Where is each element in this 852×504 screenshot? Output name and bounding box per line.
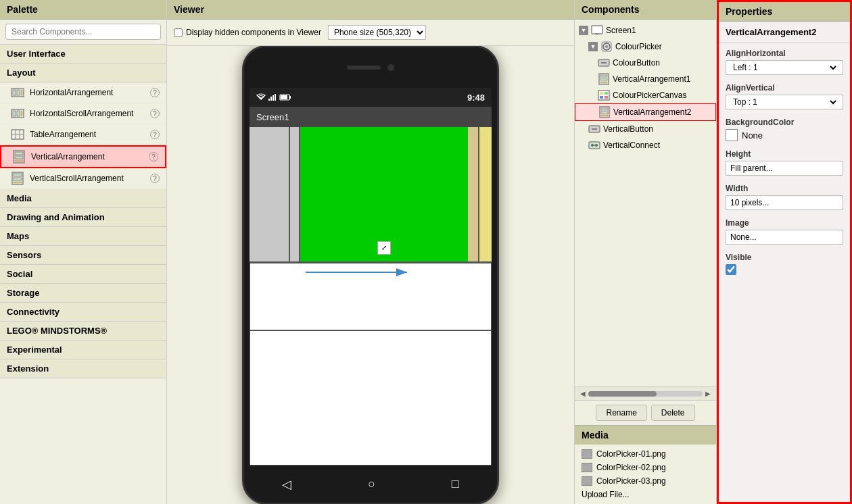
prop-color-control[interactable]: None <box>726 129 843 141</box>
prop-select-align-h[interactable]: Left : 1 Right : 2 Center : 3 <box>726 60 843 75</box>
tree-item-verticalbutton[interactable]: VerticalButton <box>575 121 716 137</box>
palette-item-horizontal-arrangement[interactable]: HorizontalArrangement ? <box>0 82 166 103</box>
palette-item-vertical-scroll[interactable]: VerticalScrollArrangement ? <box>0 168 166 189</box>
svg-rect-45 <box>605 96 608 99</box>
recent-button[interactable]: □ <box>452 477 459 491</box>
help-icon[interactable]: ? <box>149 152 158 161</box>
section-user-interface[interactable]: User Interface <box>0 45 166 64</box>
media-item-1[interactable]: ColorPicker-01.png <box>575 447 716 461</box>
media-item-upload[interactable]: Upload File... <box>575 488 716 501</box>
help-icon[interactable]: ? <box>150 130 160 139</box>
section-sensors[interactable]: Sensors <box>0 246 166 265</box>
phone-camera <box>387 64 394 71</box>
properties-panel: Properties VerticalArrangement2 AlignHor… <box>717 0 852 504</box>
align-vertical-select[interactable]: Top : 1 Bottom : 2 Center : 3 <box>730 97 838 107</box>
screen-icon <box>591 24 603 36</box>
image-input[interactable] <box>726 230 843 245</box>
media-item-2[interactable]: ColorPicker-02.png <box>575 461 716 474</box>
tree-item-vertical2[interactable]: VerticalArrangement2 <box>575 103 716 121</box>
palette-item-label: VerticalScrollArrangement <box>30 174 147 183</box>
help-icon[interactable]: ? <box>150 174 160 183</box>
svg-rect-48 <box>601 111 608 114</box>
media-item-3[interactable]: ColorPicker-03.png <box>575 474 716 488</box>
section-maps[interactable]: Maps <box>0 227 166 246</box>
tree-label: VerticalArrangement2 <box>613 107 691 117</box>
phone-speaker <box>347 66 381 70</box>
svg-rect-6 <box>17 111 20 116</box>
prop-label: Visible <box>726 253 843 262</box>
palette-item-vertical-arrangement[interactable]: VerticalArrangement ? <box>0 145 166 168</box>
width-input[interactable] <box>726 195 843 210</box>
section-experimental[interactable]: Experimental <box>0 341 166 359</box>
svg-rect-19 <box>14 182 22 183</box>
tree-item-canvas[interactable]: ColourPickerCanvas <box>575 87 716 103</box>
app-row1: ⤢ <box>250 127 492 263</box>
media-item-label: ColorPicker-02.png <box>596 463 666 472</box>
section-drawing[interactable]: Drawing and Animation <box>0 208 166 227</box>
section-social[interactable]: Social <box>0 265 166 284</box>
height-input[interactable] <box>726 161 843 176</box>
tree-item-verticalconnect[interactable]: VerticalConnect <box>575 137 716 153</box>
drag-handle: ⤢ <box>377 241 391 255</box>
section-connectivity[interactable]: Connectivity <box>0 303 166 322</box>
viewer-panel: Viewer Display hidden components in View… <box>167 0 575 504</box>
delete-button[interactable]: Delete <box>651 405 695 421</box>
media-section: Media ColorPicker-01.png ColorPicker-02.… <box>575 425 716 504</box>
prop-select-align-v[interactable]: Top : 1 Bottom : 2 Center : 3 <box>726 95 843 109</box>
rename-button[interactable]: Rename <box>596 405 646 421</box>
scroll-right-arrow[interactable]: ▶ <box>703 390 713 397</box>
svg-rect-49 <box>601 115 608 116</box>
components-actions: Rename Delete <box>575 400 716 425</box>
display-hidden-label[interactable]: Display hidden components in Viewer <box>174 28 321 37</box>
help-icon[interactable]: ? <box>150 109 160 118</box>
palette-item-label: TableArrangement <box>30 130 147 139</box>
help-icon[interactable]: ? <box>150 88 160 97</box>
prop-label: Image <box>726 218 843 228</box>
phone-top <box>244 47 497 88</box>
button-icon <box>598 57 610 69</box>
palette-content: User Interface Layout HorizontalArrangem… <box>0 45 166 504</box>
svg-rect-23 <box>275 94 276 101</box>
properties-content: AlignHorizontal Left : 1 Right : 2 Cente… <box>719 43 850 502</box>
back-button[interactable]: ◁ <box>282 477 291 492</box>
visible-checkbox[interactable] <box>726 264 736 275</box>
components-header: Components <box>575 0 716 20</box>
wifi-icon <box>256 93 266 101</box>
display-hidden-checkbox[interactable] <box>174 28 183 37</box>
section-media[interactable]: Media <box>0 189 166 208</box>
svg-rect-20 <box>268 99 270 101</box>
tree-item-screen1[interactable]: ▼ Screen1 <box>575 22 716 39</box>
palette-item-horizontal-scroll[interactable]: HorizontalScrollArrangement ? <box>0 103 166 124</box>
signal-icon <box>268 93 277 101</box>
align-horizontal-select[interactable]: Left : 1 Right : 2 Center : 3 <box>730 62 838 73</box>
svg-rect-2 <box>17 90 20 95</box>
scrollbar-thumb[interactable] <box>588 391 657 397</box>
tree-label: VerticalConnect <box>603 141 660 150</box>
section-extension[interactable]: Extension <box>0 359 166 378</box>
prop-align-vertical: AlignVertical Top : 1 Bottom : 2 Center … <box>726 83 843 109</box>
scroll-left-arrow[interactable]: ◀ <box>577 390 588 397</box>
tree-item-vertical1[interactable]: VerticalArrangement1 <box>575 71 716 87</box>
components-tree: ▼ Screen1 ▼ ColourPicker <box>575 20 716 386</box>
tree-item-colourbutton[interactable]: ColourButton <box>575 55 716 71</box>
phone-screen: 9:48 Screen1 ⤢ <box>250 88 492 465</box>
tree-toggle[interactable]: ▼ <box>579 26 588 35</box>
home-button[interactable]: ○ <box>368 477 375 491</box>
section-layout[interactable]: Layout <box>0 64 166 82</box>
app-col-left <box>250 127 290 261</box>
palette-item-table[interactable]: TableArrangement ? <box>0 124 166 145</box>
button-icon <box>588 123 600 135</box>
section-lego[interactable]: LEGO® MINDSTORMS® <box>0 322 166 341</box>
section-storage[interactable]: Storage <box>0 284 166 303</box>
phone-size-select[interactable]: Phone size (505,320) <box>328 25 426 40</box>
vertical-scroll-icon <box>11 172 24 185</box>
svg-rect-15 <box>15 160 23 161</box>
color-swatch[interactable] <box>726 129 738 141</box>
components-panel: Components ▼ Screen1 ▼ ColourPicker <box>575 0 717 504</box>
search-input[interactable] <box>5 24 161 40</box>
tree-toggle[interactable]: ▼ <box>588 42 598 51</box>
svg-rect-40 <box>600 82 607 83</box>
tree-item-colourpicker[interactable]: ▼ ColourPicker <box>575 39 716 55</box>
tree-label: Screen1 <box>606 26 636 35</box>
tree-label: ColourPickerCanvas <box>613 91 686 100</box>
